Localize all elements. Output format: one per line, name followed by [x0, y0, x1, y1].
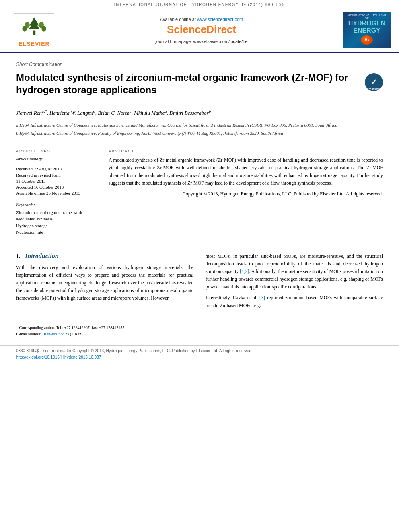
- author-2: , Henrietta W. Langmi: [47, 110, 93, 116]
- accepted-date: Accepted 16 October 2013: [16, 185, 97, 189]
- intro-paragraph-1: With the discovery and exploration of va…: [16, 264, 193, 302]
- keyword-1: Zirconium-metal organic frame-work: [16, 209, 97, 216]
- footnotes: * Corresponding author. Tel.: +27 128412…: [16, 321, 383, 337]
- issn-line: 0360-3199/$ – see front matter Copyright…: [16, 348, 383, 354]
- crossmark-svg: ✓ CrossMark: [365, 73, 383, 91]
- header-divider: [16, 143, 383, 143]
- article-info-heading: ARTICLE INFO: [16, 149, 97, 153]
- logo-circle: H₂: [361, 35, 373, 45]
- body-section: 1. Introduction With the discovery and e…: [16, 253, 383, 313]
- article-type: Short Communication: [16, 62, 383, 67]
- history-label: Article history:: [16, 156, 97, 161]
- doi-link[interactable]: http://dx.doi.org/10.1016/j.ijhydene.201…: [16, 355, 101, 359]
- elsevier-logo: ELSEVIER: [8, 13, 60, 47]
- affiliation-a: a HySA Infrastructure Centre of Competen…: [16, 122, 383, 129]
- received-date-1: Received 22 August 2013: [16, 166, 97, 171]
- info-divider-2: [16, 198, 97, 198]
- intro-paragraph-2: most MOFs, in particular zinc-based MOFs…: [206, 253, 383, 291]
- authors-list: Jianwei Rena,*, Henrietta W. Langmia, Br…: [16, 108, 383, 117]
- journal-header-bar: INTERNATIONAL JOURNAL OF HYDROGEN ENERGY…: [0, 0, 399, 8]
- abstract-body: A modulated synthesis of Zr-metal organi…: [109, 156, 383, 187]
- journal-branding: ELSEVIER Available online at www.science…: [0, 8, 399, 53]
- svg-point-5: [22, 26, 27, 31]
- intro-paragraph-3: Interestingly, Cavka et al. [3] reported…: [206, 294, 383, 309]
- affiliation-b: b HySA Infrastructure Centre of Competen…: [16, 130, 383, 137]
- keyword-3: Hydrogen storage: [16, 222, 97, 229]
- svg-text:CrossMark: CrossMark: [366, 88, 381, 90]
- author-3: , Brian C. North: [95, 110, 130, 116]
- hydrogen-label: HYDROGENENERGY: [348, 20, 385, 34]
- author-email[interactable]: JRen@csir.co.za: [42, 332, 69, 336]
- keyword-2: Modulated synthesis: [16, 216, 97, 222]
- abstract-heading: ABSTRACT: [109, 149, 383, 153]
- received-revised-label: Received in revised form: [16, 173, 97, 177]
- author-4: , Mkhulu Mathe: [132, 110, 165, 116]
- body-right-col: most MOFs, in particular zinc-based MOFs…: [206, 253, 383, 313]
- journal-homepage: journal homepage: www.elsevier.com/locat…: [60, 39, 343, 44]
- available-online: Available online at www.sciencedirect.co…: [60, 17, 343, 22]
- svg-rect-0: [33, 31, 35, 35]
- header-center: Available online at www.sciencedirect.co…: [60, 17, 343, 44]
- sciencedirect-brand: ScienceDirect: [60, 23, 343, 36]
- ref-3[interactable]: [3]: [259, 295, 265, 300]
- sciencedirect-link[interactable]: www.sciencedirect.com: [197, 17, 243, 22]
- article-title: Modulated synthesis of zirconium-metal o…: [16, 71, 383, 96]
- crossmark-badge[interactable]: ✓ CrossMark: [365, 73, 383, 91]
- hydrogen-energy-logo: INTERNATIONAL JOURNAL OF HYDROGENENERGY …: [343, 12, 391, 48]
- author-1: Jianwei Ren: [16, 110, 42, 116]
- abstract-copyright: Copyright © 2013, Hydrogen Energy Public…: [109, 190, 383, 198]
- main-content: Short Communication ✓ CrossMark Modulate…: [0, 53, 399, 345]
- keyword-4: Nucleation rate: [16, 229, 97, 236]
- email-note: E-mail address: JRen@csir.co.za (J. Ren)…: [16, 331, 383, 337]
- journal-citation: INTERNATIONAL JOURNAL OF HYDROGEN ENERGY…: [114, 2, 285, 7]
- introduction-heading: 1. Introduction: [16, 253, 193, 260]
- section-number: 1.: [16, 253, 21, 259]
- author-1-sup: a,*: [42, 109, 47, 113]
- info-divider-1: [16, 164, 97, 164]
- svg-point-6: [41, 26, 46, 31]
- elsevier-brand-name: ELSEVIER: [19, 41, 49, 47]
- svg-text:✓: ✓: [370, 78, 377, 86]
- body-section-divider: [16, 244, 383, 244]
- affiliations: a HySA Infrastructure Centre of Competen…: [16, 122, 383, 137]
- available-online-date: Available online 25 November 2013: [16, 191, 97, 195]
- crossmark-icon: ✓ CrossMark: [365, 73, 383, 91]
- elsevier-logo-graphic: [14, 13, 54, 39]
- bottom-bar: 0360-3199/$ – see front matter Copyright…: [0, 345, 399, 363]
- corresponding-author-note: * Corresponding author. Tel.: +27 128412…: [16, 325, 383, 331]
- keywords-label: Keywords:: [16, 202, 97, 207]
- abstract-column: ABSTRACT A modulated synthesis of Zr-met…: [109, 149, 383, 236]
- received-revised-date: 11 October 2013: [16, 179, 97, 183]
- author-5: , Dmitri Bessarabov: [167, 110, 209, 116]
- info-abstract-section: ARTICLE INFO Article history: Received 2…: [16, 149, 383, 236]
- intl-label: INTERNATIONAL JOURNAL OF: [345, 14, 389, 20]
- elsevier-tree-svg: [18, 15, 50, 37]
- author-5-sup: b: [209, 109, 211, 113]
- article-info-column: ARTICLE INFO Article history: Received 2…: [16, 149, 97, 236]
- ref-1-2[interactable]: [1,2]: [240, 269, 249, 274]
- doi-line: http://dx.doi.org/10.1016/j.ijhydene.201…: [16, 354, 383, 361]
- section-title-text: Introduction: [25, 253, 59, 259]
- body-left-col: 1. Introduction With the discovery and e…: [16, 253, 193, 313]
